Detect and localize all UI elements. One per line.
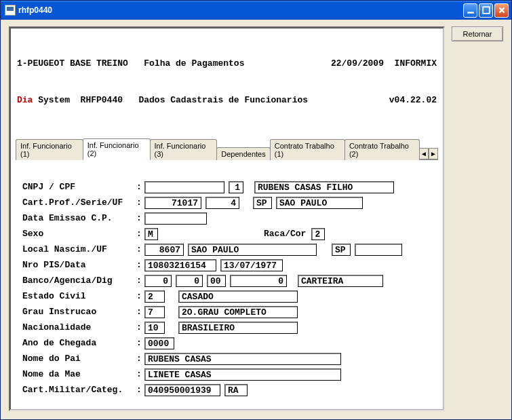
field-banco-c[interactable]: 00 — [207, 275, 226, 287]
maximize-button[interactable] — [479, 3, 493, 18]
tab-inf2[interactable]: Inf. Funcionario (2) — [83, 138, 151, 160]
tab-bar: Inf. Funcionario (1) Inf. Funcionario (2… — [16, 138, 438, 160]
field-banco-d[interactable]: 0 — [230, 275, 287, 287]
close-button[interactable] — [494, 3, 509, 18]
label-cart: Cart.Prof./Serie/UF — [22, 197, 136, 208]
label-chegada: Ano de Chegada — [22, 338, 136, 348]
label-emissao: Data Emissao C.P. — [22, 213, 136, 223]
tab-contrato1[interactable]: Contrato Trabalho (1) — [270, 139, 345, 160]
field-pai[interactable]: RUBENS CASAS — [144, 353, 341, 365]
field-raca[interactable]: 2 — [311, 228, 325, 240]
retornar-button[interactable]: Retornar — [452, 26, 503, 41]
svg-rect-0 — [467, 12, 474, 13]
field-local-uf[interactable]: SP — [332, 244, 351, 256]
field-pis-num[interactable]: 10803216154 — [144, 259, 216, 271]
field-banco-a[interactable]: 0 — [144, 275, 172, 287]
label-pai: Nome do Pai — [22, 354, 136, 364]
tab-dependentes[interactable]: Dependentes — [216, 147, 270, 160]
field-local-cidade[interactable]: SAO PAULO — [188, 244, 317, 256]
label-sexo: Sexo — [22, 229, 136, 239]
field-banco-tipo[interactable]: CARTEIRA — [298, 275, 383, 287]
field-local-extra[interactable] — [355, 244, 402, 256]
field-instr-desc[interactable]: 2O.GRAU COMPLETO — [178, 306, 298, 318]
field-nac-cod[interactable]: 10 — [144, 322, 165, 334]
field-cnpj-b[interactable]: 1 — [229, 181, 243, 193]
tab-scroll-left[interactable]: ◄ — [419, 148, 429, 159]
label-militar: Cart.Militar/Categ. — [22, 385, 136, 395]
field-cart-uf[interactable]: SP — [253, 197, 272, 209]
field-mae[interactable]: LINETE CASAS — [144, 368, 341, 381]
field-sexo[interactable]: M — [144, 228, 158, 240]
field-civil-desc[interactable]: CASADO — [178, 290, 298, 303]
field-nac-desc[interactable]: BRASILEIRO — [178, 322, 298, 334]
label-pis: Nro PIS/Data — [22, 260, 136, 270]
field-emissao[interactable] — [144, 212, 207, 225]
main-panel: 1-PEUGEOT BASE TREINO Folha de Pagamento… — [9, 26, 445, 411]
field-pis-data[interactable]: 13/07/1977 — [220, 259, 283, 271]
field-chegada[interactable]: 0000 — [144, 337, 174, 349]
field-cart-serie[interactable]: 4 — [205, 197, 239, 209]
tab-inf3[interactable]: Inf. Funcionario (3) — [150, 139, 218, 160]
header-block: 1-PEUGEOT BASE TREINO Folha de Pagamento… — [17, 33, 437, 131]
dia-label: Dia — [17, 95, 33, 105]
label-nac: Nacionalidade — [22, 322, 136, 332]
window-title: rhfp0440 — [18, 5, 463, 15]
field-cnpj-a[interactable] — [144, 181, 224, 193]
label-raca: Raca/Cor — [264, 229, 306, 239]
tab-contrato2[interactable]: Contrato Trabalho (2) — [344, 139, 420, 160]
titlebar: rhfp0440 — [1, 1, 511, 20]
label-cnpj: CNPJ / CPF — [22, 182, 136, 192]
label-instr: Grau Instrucao — [22, 307, 136, 317]
minimize-button[interactable] — [463, 3, 477, 18]
field-banco-b[interactable]: 0 — [176, 275, 203, 287]
tab-inf1[interactable]: Inf. Funcionario (1) — [16, 139, 83, 160]
field-cart-num[interactable]: 71017 — [144, 197, 201, 209]
tab-scroll-right[interactable]: ► — [429, 148, 438, 159]
app-window: rhfp0440 1-PEUGEOT BASE TREINO Folha de … — [0, 0, 512, 420]
field-local-cod[interactable]: 8607 — [144, 244, 184, 256]
svg-rect-1 — [483, 7, 490, 14]
field-militar-cat[interactable]: RA — [224, 384, 248, 396]
label-civil: Estado Civil — [22, 291, 136, 301]
field-nome[interactable]: RUBENS CASAS FILHO — [254, 181, 394, 193]
label-banco: Banco/Agencia/Dig — [22, 275, 136, 286]
field-instr-cod[interactable]: 7 — [144, 306, 165, 318]
label-local: Local Nascim./UF — [22, 244, 136, 254]
field-cart-cidade[interactable]: SAO PAULO — [276, 197, 363, 209]
field-militar-num[interactable]: 040950001939 — [144, 384, 220, 396]
field-civil-cod[interactable]: 2 — [144, 290, 165, 303]
app-icon — [5, 5, 16, 16]
form-area: CNPJ / CPF: 1 RUBENS CASAS FILHO Cart.Pr… — [17, 160, 437, 403]
label-mae: Nome da Mae — [22, 369, 136, 379]
